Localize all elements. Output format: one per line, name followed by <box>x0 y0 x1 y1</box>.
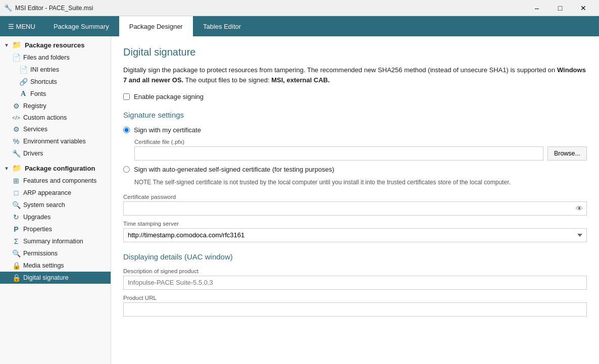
sidebar-item-registry[interactable]: ⚙ Registry <box>0 100 111 112</box>
file-icon: 📄 <box>12 54 20 62</box>
sidebar-item-digital-signature[interactable]: 🔒 Digital signature <box>0 272 111 284</box>
sign-my-cert-radio[interactable] <box>123 127 130 133</box>
folder-icon2: 📁 <box>12 164 22 173</box>
product-url-label: Product URL <box>123 295 587 301</box>
cert-file-label: Certificate file (.pfx) <box>134 139 587 145</box>
cert-password-row: 👁 <box>123 201 587 216</box>
registry-icon: ⚙ <box>12 102 20 110</box>
chevron-down-icon: ▼ <box>4 42 9 48</box>
ini-icon: 📄 <box>19 66 27 74</box>
upgrades-icon: ↻ <box>12 213 20 221</box>
sidebar-section-package-resources[interactable]: ▼ 📁 Package resources <box>0 36 111 51</box>
sign-my-cert-row: Sign with my certificate <box>123 126 587 134</box>
main-layout: ▼ 📁 Package resources 📄 Files and folder… <box>0 36 599 364</box>
sidebar-item-features-components[interactable]: ⊞ Features and components <box>0 175 111 187</box>
maximize-button[interactable]: □ <box>548 0 572 16</box>
enable-signing-row: Enable package signing <box>123 93 587 100</box>
menu-bar: ☰ MENU Package Summary Package Designer … <box>0 16 599 36</box>
displaying-details-title: Displaying details (UAC window) <box>123 252 587 261</box>
sidebar: ▼ 📁 Package resources 📄 Files and folder… <box>0 36 111 364</box>
services-icon: ⚙ <box>12 125 20 133</box>
sign-auto-cert-label[interactable]: Sign with auto-generated self-signed cer… <box>134 166 334 173</box>
sidebar-item-fonts[interactable]: A Fonts <box>0 88 111 100</box>
sidebar-item-summary-information[interactable]: Σ Summary information <box>0 235 111 247</box>
title-bar-text: MSI Editor - PACE_Suite.msi <box>15 5 525 12</box>
app-icon: 🔧 <box>4 4 12 12</box>
sidebar-item-arp-appearance[interactable]: □ ARP appearance <box>0 187 111 199</box>
sidebar-item-environment-variables[interactable]: % Environment variables <box>0 135 111 147</box>
sidebar-item-permissions[interactable]: 🔍 Permissions <box>0 247 111 259</box>
sign-auto-cert-row: Sign with auto-generated self-signed cer… <box>123 166 587 173</box>
content-area: Digital signature Digitally sign the pac… <box>111 36 599 364</box>
sidebar-item-drivers[interactable]: 🔧 Drivers <box>0 147 111 160</box>
timestamp-select[interactable]: http://timestamp.comodoca.com/rfc3161 <box>123 228 587 242</box>
summary-icon: Σ <box>12 237 20 245</box>
tab-tables-editor[interactable]: Tables Editor <box>193 16 251 36</box>
sidebar-item-system-search[interactable]: 🔍 System search <box>0 199 111 211</box>
minimize-button[interactable]: – <box>525 0 548 16</box>
driver-icon: 🔧 <box>12 149 20 158</box>
sidebar-item-services[interactable]: ⚙ Services <box>0 123 111 135</box>
arp-icon: □ <box>12 189 20 197</box>
sidebar-item-upgrades[interactable]: ↻ Upgrades <box>0 211 111 223</box>
font-icon: A <box>19 90 27 98</box>
description-text: Digitally sign the package to protect re… <box>123 65 587 85</box>
sidebar-item-ini-entries[interactable]: 📄 INI entries <box>0 64 111 76</box>
sign-my-cert-label[interactable]: Sign with my certificate <box>134 126 201 134</box>
features-icon: ⊞ <box>12 177 20 185</box>
properties-icon: P <box>12 225 20 233</box>
desc-product-label: Description of signed product <box>123 268 587 274</box>
close-button[interactable]: ✕ <box>572 0 595 16</box>
cert-file-input[interactable] <box>134 146 543 161</box>
enable-signing-checkbox[interactable] <box>123 93 130 100</box>
sidebar-item-properties[interactable]: P Properties <box>0 223 111 235</box>
show-password-icon[interactable]: 👁 <box>576 204 583 213</box>
menu-button[interactable]: ☰ MENU <box>0 16 43 36</box>
tab-package-summary[interactable]: Package Summary <box>43 16 119 36</box>
title-bar: 🔧 MSI Editor - PACE_Suite.msi – □ ✕ <box>0 0 599 16</box>
code-icon: </> <box>12 115 20 121</box>
page-title: Digital signature <box>123 46 587 58</box>
sidebar-section-package-configuration[interactable]: ▼ 📁 Package configuration <box>0 160 111 175</box>
folder-icon: 📁 <box>12 40 22 49</box>
note-text: NOTE The self-signed certificate is not … <box>123 178 587 187</box>
cert-file-row: Browse... <box>134 146 587 161</box>
desc-product-input[interactable] <box>123 276 587 290</box>
sidebar-item-files-folders[interactable]: 📄 Files and folders <box>0 51 111 64</box>
browse-button[interactable]: Browse... <box>547 146 587 161</box>
shortcut-icon: 🔗 <box>19 78 27 86</box>
window-controls: – □ ✕ <box>525 0 595 16</box>
chevron-down-icon2: ▼ <box>4 166 9 171</box>
search-icon: 🔍 <box>12 201 20 209</box>
sidebar-item-shortcuts[interactable]: 🔗 Shortcuts <box>0 76 111 88</box>
sidebar-item-custom-actions[interactable]: </> Custom actions <box>0 112 111 123</box>
tab-package-designer[interactable]: Package Designer <box>119 16 193 36</box>
digital-sig-icon: 🔒 <box>12 274 20 282</box>
cert-password-input[interactable] <box>123 201 587 216</box>
cert-password-label: Certificate password <box>123 194 587 200</box>
signature-settings-title: Signature settings <box>123 111 587 119</box>
timestamp-label: Time stamping server <box>123 221 587 227</box>
sidebar-item-media-settings[interactable]: 🔒 Media settings <box>0 259 111 272</box>
sign-auto-cert-radio[interactable] <box>123 166 130 173</box>
media-icon: 🔒 <box>12 262 20 270</box>
enable-signing-label[interactable]: Enable package signing <box>134 93 204 100</box>
product-url-input[interactable] <box>123 302 587 317</box>
env-icon: % <box>12 137 20 145</box>
permissions-icon: 🔍 <box>12 249 20 257</box>
